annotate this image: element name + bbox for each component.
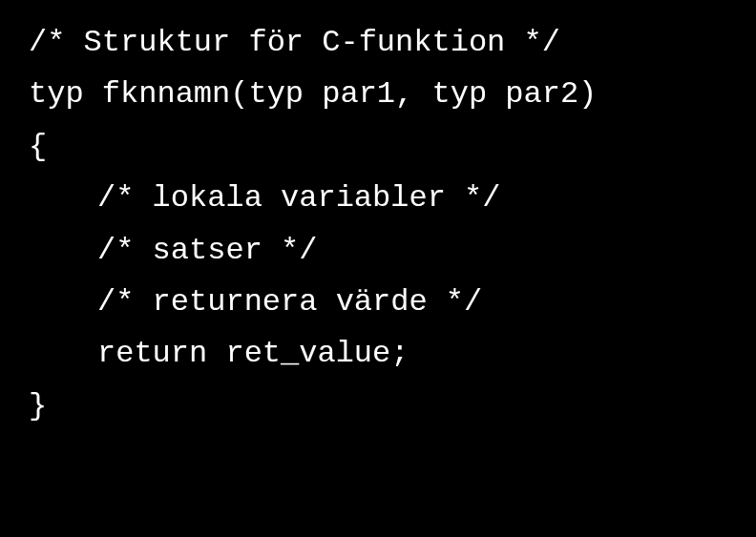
code-block: /* Struktur för C-funktion */ typ fknnam… <box>29 17 727 432</box>
code-return-statement: return ret_value; <box>29 328 727 380</box>
code-comment-locals: /* lokala variabler */ <box>29 173 727 224</box>
code-open-brace: { <box>29 121 727 173</box>
code-comment-statements: /* satser */ <box>29 225 727 277</box>
code-close-brace: } <box>29 381 727 432</box>
code-function-signature: typ fknnamn(typ par1, typ par2) <box>29 69 727 120</box>
code-comment-header: /* Struktur för C-funktion */ <box>29 17 727 69</box>
code-comment-return: /* returnera värde */ <box>29 277 727 328</box>
